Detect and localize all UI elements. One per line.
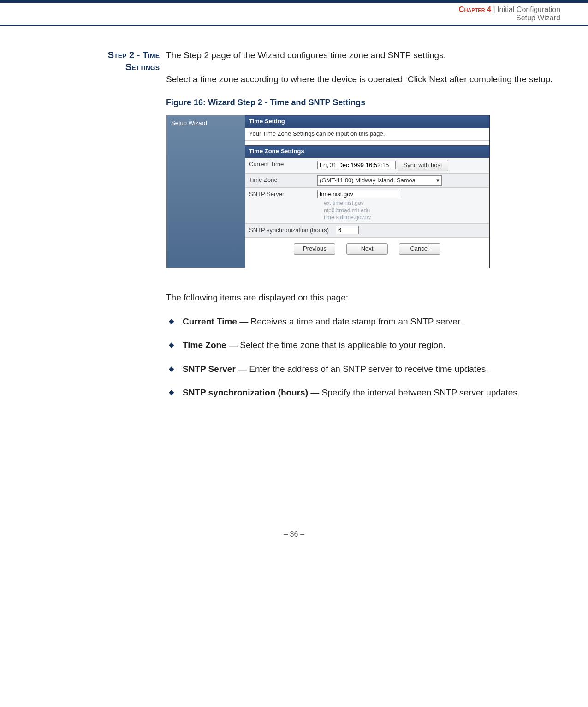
previous-button[interactable]: Previous xyxy=(294,243,335,255)
chevron-down-icon: ▾ xyxy=(436,176,440,185)
item-term: Time Zone xyxy=(183,340,226,350)
time-zone-selected: (GMT-11:00) Midway Island, Samoa xyxy=(320,177,416,184)
header-subtitle: Setup Wizard xyxy=(0,14,560,22)
item-term: Current Time xyxy=(183,317,237,326)
section-heading-line1: Step 2 - Time xyxy=(108,50,160,60)
time-setting-description: Your Time Zone Settings can be input on … xyxy=(245,128,489,141)
current-time-input[interactable] xyxy=(317,161,396,169)
wizard-screenshot: Setup Wizard Time Setting Your Time Zone… xyxy=(166,115,490,268)
intro-paragraph-1: The Step 2 page of the Wizard configures… xyxy=(166,49,560,62)
sntp-server-input[interactable] xyxy=(317,190,400,198)
list-item: SNTP synchronization (hours) — Specify t… xyxy=(166,386,560,399)
header-title: Initial Configuration xyxy=(497,6,560,13)
chapter-label: Chapter 4 xyxy=(459,6,491,13)
next-button[interactable]: Next xyxy=(346,243,388,255)
current-time-label: Current Time xyxy=(245,158,315,171)
list-item: Time Zone — Select the time zone that is… xyxy=(166,339,560,352)
intro-paragraph-2: Select a time zone according to where th… xyxy=(166,73,560,86)
section-heading-line2: Settings xyxy=(125,62,160,72)
sync-with-host-button[interactable]: Sync with host xyxy=(398,160,448,171)
sntp-hint: ex. time.nist.gov ntp0.broad.mit.edu tim… xyxy=(317,200,486,222)
time-setting-header: Time Setting xyxy=(245,115,489,128)
figure-caption: Figure 16: Wizard Step 2 - Time and SNTP… xyxy=(166,96,560,108)
list-item: SNTP Server — Enter the address of an SN… xyxy=(166,363,560,376)
sntp-server-label: SNTP Server xyxy=(245,188,315,201)
item-term: SNTP synchronization (hours) xyxy=(183,388,308,397)
sntp-hint-line1: ex. time.nist.gov xyxy=(324,200,364,206)
item-desc: — Specify the interval between SNTP serv… xyxy=(308,388,520,397)
item-term: SNTP Server xyxy=(183,364,236,374)
item-desc: — Select the time zone that is applicabl… xyxy=(226,340,445,350)
item-desc: — Enter the address of an SNTP server to… xyxy=(236,364,488,374)
header-separator: | xyxy=(491,6,497,13)
sntp-hint-line2: ntp0.broad.mit.edu xyxy=(324,207,370,214)
section-heading: Step 2 - Time Settings xyxy=(0,49,160,73)
time-zone-label: Time Zone xyxy=(245,174,315,187)
items-intro: The following items are displayed on thi… xyxy=(166,291,560,304)
list-item: Current Time — Receives a time and date … xyxy=(166,315,560,328)
sntp-sync-hours-input[interactable] xyxy=(336,226,359,234)
item-desc: — Receives a time and date stamp from an… xyxy=(237,317,463,326)
sntp-hint-line3: time.stdtime.gov.tw xyxy=(324,214,371,221)
wizard-button-row: Previous Next Cancel xyxy=(245,238,489,262)
wizard-sidebar: Setup Wizard xyxy=(166,115,245,268)
wizard-sidebar-title: Setup Wizard xyxy=(171,120,207,126)
page-number: – 36 – xyxy=(0,410,588,552)
items-list: Current Time — Receives a time and date … xyxy=(166,315,560,399)
cancel-button[interactable]: Cancel xyxy=(399,243,440,255)
page-header: Chapter 4 | Initial Configuration Setup … xyxy=(0,0,588,26)
time-zone-select[interactable]: (GMT-11:00) Midway Island, Samoa ▾ xyxy=(317,175,442,186)
sntp-sync-hours-label: SNTP synchronization (hours) xyxy=(245,224,333,237)
time-zone-settings-header: Time Zone Settings xyxy=(245,145,489,158)
